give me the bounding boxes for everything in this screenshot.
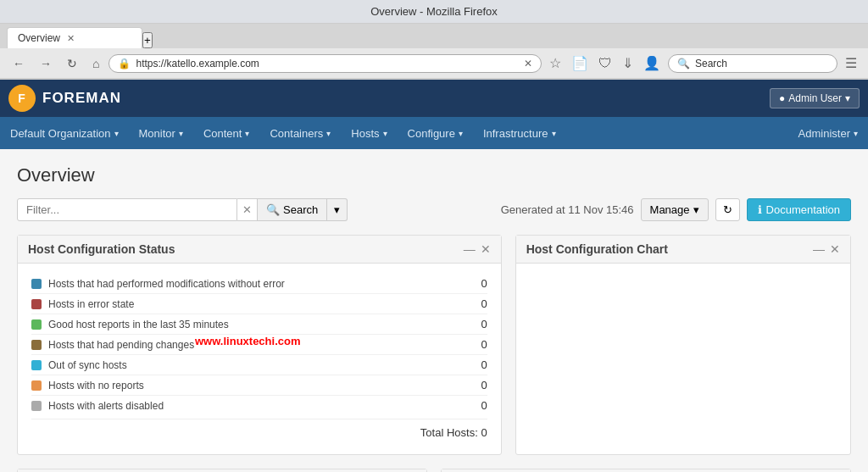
documentation-button[interactable]: ℹ Documentation xyxy=(747,198,851,221)
search-label: Search xyxy=(283,203,318,216)
forward-button[interactable]: → xyxy=(34,53,58,74)
nav-menu: Default Organization Monitor Content Con… xyxy=(0,117,868,149)
main-panels-row: Host Configuration Status — ✕ Hosts that… xyxy=(17,235,851,455)
host-config-chart-title: Host Configuration Chart xyxy=(526,242,668,256)
content-area: Overview ✕ 🔍 Search ▾ Generated at 11 No… xyxy=(0,149,868,472)
panel-actions: — ✕ xyxy=(464,242,491,256)
status-label: Hosts that had pending changes xyxy=(48,339,470,351)
filter-clear-button[interactable]: ✕ xyxy=(237,198,258,221)
address-bar[interactable]: 🔒 https://katello.example.com ✕ xyxy=(108,54,542,73)
status-label: Hosts with no reports xyxy=(48,380,470,391)
nav-item-administer[interactable]: Administer xyxy=(788,117,868,149)
browser-chrome: Overview - Mozilla Firefox Overview ✕ + … xyxy=(0,0,868,80)
admin-label: Admin User xyxy=(788,92,842,104)
refresh-button[interactable]: ↻ xyxy=(715,198,740,221)
status-count: 0 xyxy=(470,277,487,290)
admin-dropdown-icon: ▾ xyxy=(845,92,850,104)
status-count: 0 xyxy=(470,297,487,310)
run-distribution-panel: Run distribution in the last 30 minutes … xyxy=(441,469,851,472)
status-count: 0 xyxy=(470,399,487,412)
active-tab[interactable]: Overview ✕ xyxy=(7,27,142,48)
host-config-chart-header: Host Configuration Chart — ✕ xyxy=(516,236,850,264)
app-name: FOREMAN xyxy=(42,90,121,107)
admin-user-button[interactable]: ● Admin User ▾ xyxy=(770,88,860,108)
status-row[interactable]: Hosts with alerts disabled 0 xyxy=(31,396,487,415)
admin-icon: ● xyxy=(779,92,785,104)
manage-label: Manage xyxy=(650,203,690,216)
new-tab-button[interactable]: + xyxy=(142,32,153,48)
nav-item-monitor[interactable]: Monitor xyxy=(129,117,193,149)
shield-icon[interactable]: 🛡 xyxy=(594,53,616,74)
home-button[interactable]: ⌂ xyxy=(86,53,105,74)
tab-close-icon[interactable]: ✕ xyxy=(67,33,75,44)
browser-title-bar: Overview - Mozilla Firefox xyxy=(0,0,868,24)
status-row[interactable]: Hosts that had performed modifications w… xyxy=(31,274,487,294)
nav-item-default-org[interactable]: Default Organization xyxy=(0,117,129,149)
latest-events-panel: Latest Events — ✕ xyxy=(17,469,427,472)
status-color-indicator xyxy=(31,401,42,411)
nav-item-containers[interactable]: Containers xyxy=(259,117,341,149)
documentation-label: Documentation xyxy=(766,203,840,216)
reload-button[interactable]: ↻ xyxy=(61,53,83,74)
reload-icon[interactable]: ✕ xyxy=(524,58,532,69)
status-color-indicator xyxy=(31,319,42,330)
manage-button[interactable]: Manage ▾ xyxy=(641,198,709,221)
nav-item-content[interactable]: Content xyxy=(193,117,260,149)
status-count: 0 xyxy=(470,379,487,391)
status-color-indicator xyxy=(31,380,42,391)
browser-search-bar[interactable]: 🔍 Search xyxy=(668,54,837,73)
host-config-status-body: Hosts that had performed modifications w… xyxy=(18,264,501,449)
nav-item-hosts[interactable]: Hosts xyxy=(341,117,397,149)
status-row[interactable]: Hosts with no reports 0 xyxy=(31,375,487,396)
generated-text: Generated at 11 Nov 15:46 xyxy=(501,203,634,216)
foreman-logo: F FOREMAN xyxy=(8,85,121,112)
status-label: Hosts in error state xyxy=(48,298,470,310)
account-icon[interactable]: 👤 xyxy=(639,53,665,74)
status-count: 0 xyxy=(470,358,487,371)
logo-circle: F xyxy=(8,85,36,112)
back-button[interactable]: ← xyxy=(7,53,31,74)
chart-panel-close-button[interactable]: ✕ xyxy=(830,242,840,256)
browser-action-icons: ☆ 📄 🛡 ⇓ 👤 xyxy=(545,53,665,74)
filter-input[interactable] xyxy=(17,198,237,221)
status-label: Hosts that had performed modifications w… xyxy=(48,278,470,290)
host-config-status-header: Host Configuration Status — ✕ xyxy=(18,236,501,264)
security-icon: 🔒 xyxy=(118,58,131,69)
nav-item-infrastructure[interactable]: Infrastructure xyxy=(473,117,566,149)
foreman-header: F FOREMAN ● Admin User ▾ xyxy=(0,80,868,117)
download-icon[interactable]: ⇓ xyxy=(618,53,637,74)
logo-initials: F xyxy=(18,92,26,105)
bookmark-list-icon[interactable]: 📄 xyxy=(567,53,593,74)
status-color-indicator xyxy=(31,340,42,350)
panel-minimize-button[interactable]: — xyxy=(464,242,476,256)
manage-dropdown-icon: ▾ xyxy=(693,203,699,216)
nav-item-configure[interactable]: Configure xyxy=(398,117,473,149)
nav-label-default-org: Default Organization xyxy=(10,127,111,140)
search-icon: 🔍 xyxy=(677,58,690,69)
status-row[interactable]: Out of sync hosts 0 xyxy=(31,355,487,375)
nav-label-configure: Configure xyxy=(408,127,455,140)
status-row[interactable]: Hosts in error state 0 xyxy=(31,294,487,314)
foreman-app: F FOREMAN ● Admin User ▾ Default Organiz… xyxy=(0,80,868,472)
status-row[interactable]: Hosts that had pending changes 0 xyxy=(31,335,487,355)
page-title: Overview xyxy=(17,164,851,186)
nav-label-monitor: Monitor xyxy=(139,127,175,140)
search-dropdown-button[interactable]: ▾ xyxy=(327,198,348,221)
status-count: 0 xyxy=(470,318,487,330)
total-hosts-row: Total Hosts: 0 xyxy=(31,419,487,439)
status-row[interactable]: Good host reports in the last 35 minutes… xyxy=(31,314,487,335)
browser-navigation: ← → ↻ ⌂ 🔒 https://katello.example.com ✕ … xyxy=(0,48,868,79)
total-hosts-label: Total Hosts: xyxy=(420,426,478,439)
menu-icon[interactable]: ☰ xyxy=(841,53,861,74)
info-icon: ℹ xyxy=(758,203,762,216)
bookmark-star-icon[interactable]: ☆ xyxy=(545,53,565,74)
browser-search-label: Search xyxy=(695,58,727,69)
browser-tabs-bar: Overview ✕ + xyxy=(0,24,868,48)
total-hosts-count: 0 xyxy=(481,426,487,439)
panel-close-button[interactable]: ✕ xyxy=(481,242,491,256)
chart-panel-minimize-button[interactable]: — xyxy=(813,242,825,256)
nav-label-containers: Containers xyxy=(270,127,323,140)
search-button[interactable]: 🔍 Search xyxy=(258,198,327,221)
host-config-chart-body xyxy=(516,264,850,284)
header-right: ● Admin User ▾ xyxy=(770,88,860,108)
